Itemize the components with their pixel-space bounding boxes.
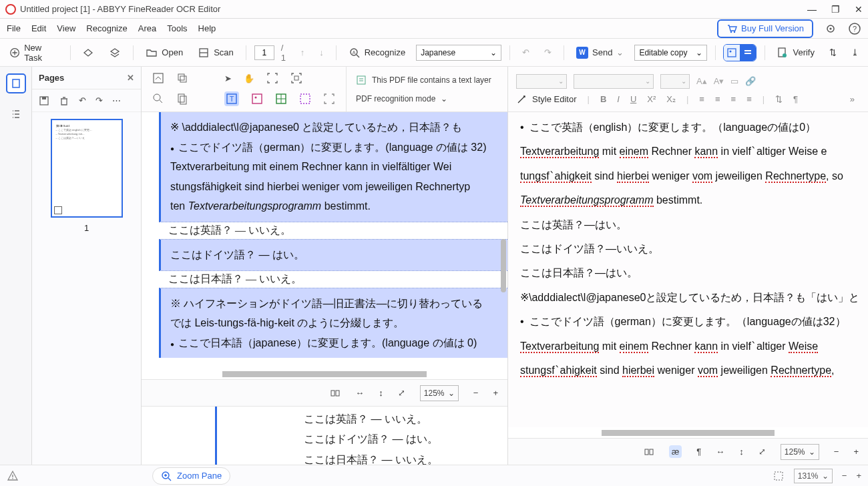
expand-icon[interactable]: ⤢ — [758, 447, 766, 457]
next-page-button[interactable]: ↓ — [315, 45, 328, 60]
text-area-tool-icon[interactable]: T — [224, 91, 239, 106]
crop-corners-out-icon[interactable] — [290, 72, 302, 84]
underline-button[interactable]: U — [630, 94, 636, 104]
copy-mode-select[interactable]: Editable copy⌄ — [634, 45, 706, 61]
superscript-button[interactable]: X² — [647, 94, 656, 104]
close-panel-icon[interactable]: ✕ — [127, 73, 134, 83]
highlight-icon[interactable]: ▭ — [730, 76, 738, 86]
footer-zoom-select[interactable]: 131%⌄ — [794, 469, 833, 483]
link-icon[interactable]: 🔗 — [745, 76, 756, 86]
crop-corners-icon[interactable] — [266, 72, 278, 84]
close-button[interactable]: ✕ — [855, 4, 863, 15]
special-chars-icon[interactable]: æ — [669, 445, 682, 458]
save-page-icon[interactable] — [39, 95, 49, 106]
redo-button[interactable]: ↷ — [540, 45, 556, 60]
zoom-out-button[interactable]: − — [473, 388, 479, 398]
edit-image-icon[interactable] — [152, 72, 164, 84]
layout-toggle-2-icon[interactable] — [105, 44, 125, 61]
zoom-pane-button[interactable]: Zoom Pane — [152, 467, 230, 485]
pilcrow-icon[interactable]: ¶ — [696, 447, 701, 457]
selection-mode-icon[interactable] — [773, 470, 785, 482]
more-page-icon[interactable]: ⋯ — [112, 95, 121, 105]
split-view-icon[interactable] — [644, 447, 654, 457]
menu-help[interactable]: Help — [198, 23, 216, 33]
view-mode-text-icon[interactable] — [740, 45, 756, 61]
footer-zoom-in-button[interactable]: + — [856, 471, 861, 481]
page-thumbnail-1[interactable]: 第1章 Sub1 – ここで英語 english に変更… – Textvera… — [51, 119, 123, 218]
increase-font-icon[interactable]: A▴ — [696, 76, 707, 86]
font-size-select[interactable]: ⌄ — [660, 74, 690, 89]
text-document-view[interactable]: ここで英語（english）に変更します。（languageの値は0） Text… — [508, 112, 868, 427]
picture-area-tool-icon[interactable] — [251, 93, 263, 105]
horiz-arrows-icon[interactable]: ↔ — [716, 447, 724, 457]
vert-arrows-icon[interactable]: ↕ — [739, 447, 744, 457]
undo-button[interactable]: ↶ — [518, 45, 533, 60]
send-button[interactable]: W Send ⌄ — [572, 44, 628, 61]
prev-page-button[interactable]: ↑ — [296, 45, 309, 60]
expand-icon[interactable]: ⤢ — [398, 388, 405, 398]
style-editor-button[interactable]: Style Editor — [516, 94, 576, 105]
recognize-button[interactable]: A Recognize — [345, 44, 409, 61]
vert-arrows-icon[interactable]: ↕ — [379, 388, 383, 398]
fullscreen-area-icon[interactable] — [323, 93, 335, 105]
italic-button[interactable]: I — [617, 94, 620, 104]
tab-document-icon[interactable] — [6, 73, 26, 93]
ocr-area-icon[interactable] — [152, 93, 164, 105]
font-family-select[interactable]: ⌄ — [516, 74, 567, 89]
align-center-icon[interactable]: ≡ — [715, 94, 720, 104]
text-horizontal-scrollbar[interactable] — [508, 427, 868, 438]
fit-width-icon[interactable] — [330, 388, 341, 399]
pointer-tool-icon[interactable]: ➤ — [224, 73, 232, 83]
horizontal-scrollbar[interactable] — [142, 369, 507, 379]
text-zoom-select[interactable]: 125%⌄ — [781, 444, 819, 460]
decrease-font-icon[interactable]: A▾ — [714, 76, 724, 86]
image-zoom-select[interactable]: 125%⌄ — [420, 385, 459, 401]
buy-full-version-button[interactable]: Buy Full Version — [717, 19, 813, 38]
help-icon[interactable]: ? — [848, 22, 861, 35]
paragraph-icon[interactable]: ¶ — [793, 94, 798, 104]
background-area-tool-icon[interactable] — [299, 93, 311, 105]
page-number-input[interactable] — [254, 45, 274, 60]
menu-file[interactable]: File — [7, 23, 21, 33]
new-task-button[interactable]: New Task — [5, 40, 62, 65]
table-area-tool-icon[interactable] — [275, 93, 287, 105]
menu-tools[interactable]: Tools — [167, 23, 187, 33]
align-right-icon[interactable]: ≡ — [731, 94, 736, 104]
layout-toggle-1-icon[interactable] — [78, 44, 98, 61]
menu-edit[interactable]: Edit — [31, 23, 46, 33]
menu-view[interactable]: View — [57, 23, 75, 33]
tab-outline-icon[interactable] — [10, 108, 22, 120]
recognition-mode-dropdown[interactable]: PDF recognition mode⌄ — [356, 94, 491, 103]
vertical-scrollbar[interactable] — [501, 239, 506, 292]
minimize-button[interactable]: ― — [807, 4, 817, 15]
language-select[interactable]: Japanese⌄ — [416, 45, 501, 61]
zoom-in-button[interactable]: + — [853, 447, 859, 457]
warning-icon[interactable] — [7, 470, 19, 482]
footer-zoom-out-button[interactable]: − — [842, 471, 847, 481]
settings-icon[interactable] — [824, 22, 837, 35]
view-mode-image-icon[interactable] — [724, 45, 740, 61]
hand-tool-icon[interactable]: ✋ — [244, 73, 254, 83]
view-mode-toggle[interactable] — [723, 44, 756, 61]
scan-button[interactable]: Scan — [194, 44, 238, 61]
horiz-arrows-icon[interactable]: ↔ — [355, 388, 364, 398]
line-spacing-icon[interactable]: ⇅ — [775, 94, 783, 104]
copy-area-icon[interactable] — [176, 72, 188, 84]
verify-button[interactable]: Verify — [773, 44, 819, 61]
zoom-in-button[interactable]: + — [493, 388, 498, 398]
menu-recognize[interactable]: Recognize — [86, 23, 127, 33]
maximize-button[interactable]: ❐ — [831, 4, 840, 15]
subscript-button[interactable]: X₂ — [666, 94, 676, 104]
para-style-select[interactable]: ⌄ — [574, 74, 654, 89]
bold-button[interactable]: B — [600, 94, 606, 104]
overflow-icon[interactable]: » — [850, 94, 855, 104]
undo-page-icon[interactable]: ↶ — [79, 95, 86, 105]
align-left-icon[interactable]: ≡ — [699, 94, 704, 104]
copy-text-icon[interactable] — [176, 93, 188, 105]
menu-area[interactable]: Area — [138, 23, 156, 33]
zoom-out-button[interactable]: − — [834, 447, 839, 457]
image-document-view[interactable]: ※ \adddialect\l@japanese0 と設定しているため，日本語？… — [142, 112, 507, 369]
open-button[interactable]: Open — [142, 44, 187, 61]
delete-page-icon[interactable] — [59, 95, 69, 106]
zoom-pane-view[interactable]: ここは英語？ — いいえ。 ここはドイツ語？ — はい。 ここは日本語？ — い… — [142, 406, 507, 465]
